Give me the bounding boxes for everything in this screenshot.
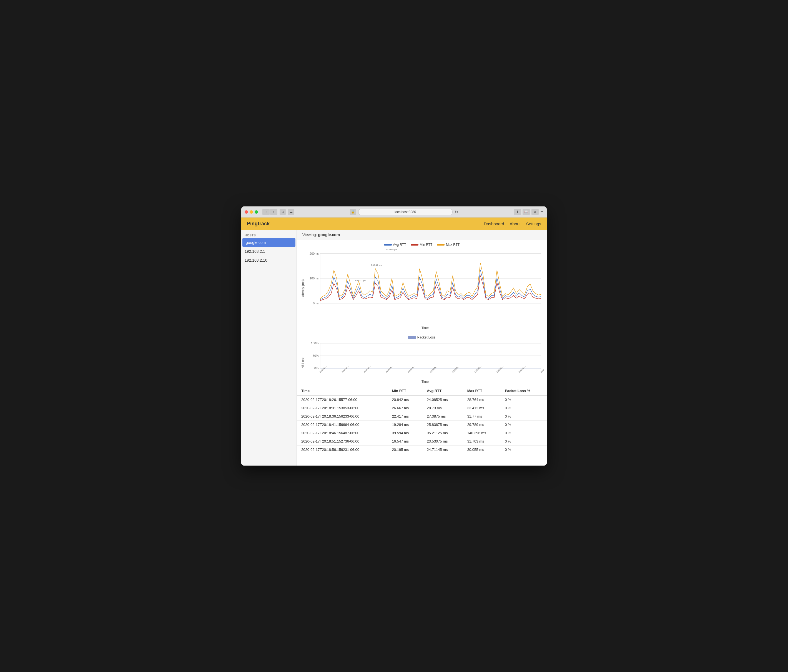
table-cell-max_rtt: 140.396 ms xyxy=(463,429,500,437)
loss-chart-wrapper: % Loss 100% 50% 0% xyxy=(300,341,544,384)
data-table-container: Time Min RTT Avg RTT Max RTT Packet Loss… xyxy=(297,387,547,460)
table-row: 2020-02-17T20:18:56.156231-06:0020.195 m… xyxy=(297,445,547,454)
share-button[interactable]: ⬆ xyxy=(514,209,521,215)
header-max-rtt: Max RTT xyxy=(463,387,500,395)
table-cell-max_rtt: 29.789 ms xyxy=(463,421,500,429)
app-body: HOSTS google.com 192.168.2.1 192.168.2.1… xyxy=(241,230,547,466)
sidebar-item-192-168-2-10[interactable]: 192.168.2.10 xyxy=(241,256,297,265)
rtt-svg-area: 200ms 100ms 0ms xyxy=(306,248,544,330)
rtt-x-axis-label: Time xyxy=(306,326,544,330)
table-cell-min_rtt: 19.284 ms xyxy=(388,421,423,429)
header-avg-rtt: Avg RTT xyxy=(422,387,462,395)
legend-max-rtt: Max RTT xyxy=(437,243,459,247)
table-cell-max_rtt: 28.764 ms xyxy=(463,395,500,404)
sidebar-toggle-button[interactable]: ⧉ xyxy=(531,209,539,215)
maximize-button[interactable] xyxy=(254,210,258,214)
avg-rtt-color xyxy=(384,244,392,246)
table-cell-max_rtt: 31.77 ms xyxy=(463,412,500,421)
close-button[interactable] xyxy=(245,210,248,214)
app-title: Pingtrack xyxy=(247,221,270,227)
table-cell-time: 2020-02-17T20:18:56.156231-06:00 xyxy=(297,445,388,454)
packet-loss-color xyxy=(408,336,416,339)
titlebar: ‹ › ⊞ ☁ 🔒 ↻ ⬆ 📖 ⧉ + xyxy=(241,206,547,217)
table-body: 2020-02-17T20:18:26.15577-06:0020.842 ms… xyxy=(297,395,547,454)
back-button[interactable]: ‹ xyxy=(262,209,270,215)
table-cell-time: 2020-02-17T20:18:51.152736-06:00 xyxy=(297,437,388,445)
min-rtt-label: Min RTT xyxy=(420,243,432,247)
table-cell-min_rtt: 39.594 ms xyxy=(388,429,423,437)
loss-svg-area: 100% 50% 0% 2020-02-... 2020-02-... xyxy=(306,341,544,384)
sidebar-item-google[interactable]: google.com xyxy=(242,238,296,247)
nav-dashboard[interactable]: Dashboard xyxy=(484,222,504,226)
table-cell-avg_rtt: 25.83675 ms xyxy=(422,421,462,429)
loss-y-axis-label: % Loss xyxy=(300,341,306,384)
legend-min-rtt: Min RTT xyxy=(411,243,432,247)
traffic-lights xyxy=(245,210,258,214)
svg-text:8:20:07 pm: 8:20:07 pm xyxy=(386,248,397,251)
table-cell-max_rtt: 33.412 ms xyxy=(463,404,500,412)
table-cell-avg_rtt: 27.3875 ms xyxy=(422,412,462,421)
table-row: 2020-02-17T20:18:26.15577-06:0020.842 ms… xyxy=(297,395,547,404)
table-cell-min_rtt: 26.667 ms xyxy=(388,404,423,412)
table-cell-time: 2020-02-17T20:18:31.153853-06:00 xyxy=(297,404,388,412)
table-cell-packet_loss: 0 % xyxy=(500,445,547,454)
table-cell-packet_loss: 0 % xyxy=(500,437,547,445)
tab-button[interactable]: ⊞ xyxy=(280,209,286,215)
table-cell-max_rtt: 31.703 ms xyxy=(463,437,500,445)
svg-text:200ms: 200ms xyxy=(310,252,319,255)
header-time: Time xyxy=(297,387,388,395)
table-cell-time: 2020-02-17T20:18:36.156233-06:00 xyxy=(297,412,388,421)
minimize-button[interactable] xyxy=(249,210,253,214)
legend-avg-rtt: Avg RTT xyxy=(384,243,406,247)
sidebar-item-192-168-2-1[interactable]: 192.168.2.1 xyxy=(241,247,297,256)
table-row: 2020-02-17T20:18:41.156664-06:0019.284 m… xyxy=(297,421,547,429)
viewing-host: google.com xyxy=(318,233,340,237)
table-row: 2020-02-17T20:18:51.152736-06:0016.547 m… xyxy=(297,437,547,445)
browser-window: ‹ › ⊞ ☁ 🔒 ↻ ⬆ 📖 ⧉ + Pingtrack Dashboard … xyxy=(241,206,547,466)
nav-settings[interactable]: Settings xyxy=(526,222,541,226)
url-input[interactable] xyxy=(358,209,453,215)
cloud-button[interactable]: ☁ xyxy=(288,209,294,215)
rtt-y-axis-label: Latency (ms) xyxy=(300,248,306,330)
viewing-bar: Viewing: google.com xyxy=(297,230,547,240)
main-content: Viewing: google.com Avg RTT Min RTT xyxy=(297,230,547,466)
table-cell-avg_rtt: 28.73 ms xyxy=(422,404,462,412)
privacy-icon[interactable]: 🔒 xyxy=(350,209,356,215)
table-row: 2020-02-17T20:18:36.156233-06:0022.417 m… xyxy=(297,412,547,421)
app-header: Pingtrack Dashboard About Settings xyxy=(241,217,547,230)
svg-text:2020-02-...: 2020-02-... xyxy=(341,365,349,374)
legend-packet-loss: Packet Loss xyxy=(408,336,435,339)
table-cell-avg_rtt: 24.71145 ms xyxy=(422,445,462,454)
table-cell-min_rtt: 16.547 ms xyxy=(388,437,423,445)
svg-text:2020-02-...: 2020-02-... xyxy=(429,365,438,374)
loss-chart-svg: 100% 50% 0% 2020-02-... 2020-02-... xyxy=(306,341,544,379)
table-cell-packet_loss: 0 % xyxy=(500,421,547,429)
table-cell-time: 2020-02-17T20:18:46.156487-06:00 xyxy=(297,429,388,437)
bookmark-button[interactable]: 📖 xyxy=(523,209,530,215)
table-cell-max_rtt: 30.055 ms xyxy=(463,445,500,454)
table-cell-packet_loss: 0 % xyxy=(500,429,547,437)
max-rtt-color xyxy=(437,244,445,246)
table-cell-min_rtt: 20.195 ms xyxy=(388,445,423,454)
new-tab-button[interactable]: + xyxy=(540,209,543,215)
data-table: Time Min RTT Avg RTT Max RTT Packet Loss… xyxy=(297,387,547,454)
header-min-rtt: Min RTT xyxy=(388,387,423,395)
forward-button[interactable]: › xyxy=(270,209,277,215)
svg-text:2020-02-...: 2020-02-... xyxy=(474,365,482,374)
table-cell-time: 2020-02-17T20:18:26.15577-06:00 xyxy=(297,395,388,404)
nav-about[interactable]: About xyxy=(510,222,521,226)
url-bar: 🔒 ↻ xyxy=(296,209,512,215)
svg-text:2020-02-...: 2020-02-... xyxy=(496,365,504,374)
svg-text:100%: 100% xyxy=(311,342,319,345)
svg-text:0%: 0% xyxy=(314,366,319,370)
svg-text:2020-02-...: 2020-02-... xyxy=(451,365,459,374)
loss-legend: Packet Loss xyxy=(300,336,544,339)
table-cell-avg_rtt: 23.53075 ms xyxy=(422,437,462,445)
svg-text:2020-02-...: 2020-02-... xyxy=(385,365,393,374)
refresh-button[interactable]: ↻ xyxy=(455,210,458,214)
svg-text:2020-02-...: 2020-02-... xyxy=(518,365,526,374)
svg-text:2020-02-...: 2020-02-... xyxy=(363,365,371,374)
max-rtt-label: Max RTT xyxy=(446,243,459,247)
svg-text:0ms: 0ms xyxy=(313,301,319,305)
svg-text:100ms: 100ms xyxy=(310,277,319,280)
